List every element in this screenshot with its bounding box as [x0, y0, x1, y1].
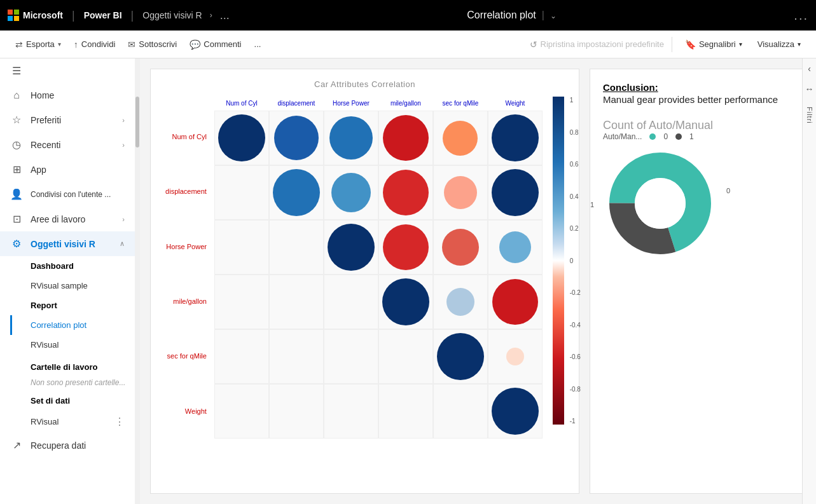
sidebar-item-aree[interactable]: ⊡ Aree di lavoro › [0, 207, 135, 231]
row-label-2: Horse Power [165, 219, 209, 274]
cell-3-0 [214, 275, 269, 329]
row-label-5: Weight [165, 384, 209, 439]
toolbar: ⇄ Esporta ▾ ↑ Condividi ✉ Sottoscrivi 💬 … [0, 31, 816, 58]
home-label: Home [31, 90, 125, 100]
cell-0-0 [214, 111, 269, 165]
row-label-1: displacement [165, 164, 209, 219]
oggetti-arrow-icon: ∧ [120, 240, 125, 248]
recenti-arrow-icon: › [122, 141, 125, 149]
export-icon: ⇄ [15, 39, 23, 50]
cell-1-3 [378, 165, 433, 220]
cell-4-0 [214, 329, 269, 384]
separator: | [72, 9, 75, 22]
cell-1-5 [488, 165, 543, 220]
toolbar-more-button[interactable]: ... [249, 37, 266, 51]
sidebar-subitems: Dashboard RVisual sample Report Correlat… [0, 256, 135, 433]
cell-3-2 [324, 275, 378, 329]
sidebar-main: ☰ ⌂ Home ☆ Preferiti › ◷ Recenti › ⊞ App… [0, 58, 135, 504]
col-label-5: Weight [488, 97, 543, 109]
cell-4-5 [488, 329, 543, 384]
condividi-button[interactable]: ↑ Condividi [69, 37, 120, 52]
sidebar-sub-rvisual[interactable]: RVisual [31, 335, 135, 355]
correlation-chart-container: Car Attributes Correlation Num of Cyl di… [150, 69, 579, 494]
top-bar: Microsoft | Power BI | Oggetti visivi R … [0, 0, 816, 31]
cell-3-5 [488, 275, 543, 329]
cell-5-1 [269, 384, 324, 439]
sidebar-item-recupera[interactable]: ↗ Recupera dati [0, 433, 135, 458]
sidebar-sub-rvisual-sample[interactable]: RVisual sample [31, 276, 135, 296]
cell-2-0 [214, 220, 269, 275]
separator2: | [131, 9, 134, 22]
cell-3-3 [378, 275, 433, 329]
condivisi-label: Condivisi con l'utente ... [31, 190, 125, 199]
condividi-label: Condividi [81, 39, 115, 49]
sidebar-sub-report[interactable]: Report [31, 296, 135, 315]
scale-1: 1 [570, 97, 581, 104]
scale-n1: -1 [570, 418, 581, 425]
sidebar-sub-dashboard[interactable]: Dashboard [31, 256, 135, 276]
title-dropdown-icon[interactable]: ⌄ [550, 11, 557, 20]
sidebar-item-preferiti[interactable]: ☆ Preferiti › [0, 107, 135, 132]
hamburger-icon: ☰ [10, 65, 23, 77]
nav-label[interactable]: Oggetti visivi R [142, 10, 202, 20]
cell-4-4 [433, 329, 488, 384]
undo-icon: ↺ [530, 39, 537, 50]
sidebar-toggle[interactable]: ☰ [0, 58, 135, 83]
donut-hole [635, 178, 686, 229]
sidebar-sub-rvisual2[interactable]: RVisual ⋮ [31, 411, 135, 433]
report-title-text: Correlation plot [467, 10, 536, 20]
scale-02: 0.2 [570, 225, 581, 232]
sottoscrivi-button[interactable]: ✉ Sottoscrivi [123, 37, 182, 52]
toolbar-separator [672, 37, 672, 52]
sidebar-item-app[interactable]: ⊞ App [0, 157, 135, 182]
cell-0-3 [378, 111, 433, 165]
scale-n08: -0.8 [570, 386, 581, 393]
col-label-3: mile/gallon [378, 97, 433, 109]
chevron-right-icon: › [210, 11, 212, 20]
topbar-ellipsis-button[interactable]: ... [794, 8, 808, 23]
commenti-button[interactable]: 💬 Commenti [184, 37, 246, 52]
cell-4-2 [324, 329, 378, 384]
scale-labels: 1 0.8 0.6 0.4 0.2 0 -0.2 -0.4 -0.6 -0.8 … [570, 97, 581, 425]
rvisual2-label: RVisual [31, 417, 59, 426]
title-divider: | [542, 10, 544, 20]
donut-with-labels: 1 0 [603, 146, 717, 263]
filter-label[interactable]: Filtri [806, 102, 813, 129]
conclusion-title: Conclusion: [603, 82, 792, 93]
app-layout: ☰ ⌂ Home ☆ Preferiti › ◷ Recenti › ⊞ App… [0, 58, 816, 504]
segnalibri-label: Segnalibri [699, 39, 736, 49]
main-content: Car Attributes Correlation Num of Cyl di… [140, 58, 816, 504]
product-label: Power BI [84, 10, 122, 20]
canvas: Car Attributes Correlation Num of Cyl di… [140, 58, 816, 504]
visualizza-button[interactable]: Visualizza ▾ [752, 37, 806, 51]
workspace-icon: ⊡ [10, 213, 23, 225]
sidebar-item-recenti[interactable]: ◷ Recenti › [0, 132, 135, 157]
expand-icon[interactable]: ↔ [805, 79, 814, 99]
cell-2-4 [433, 220, 488, 275]
sidebar-item-oggetti[interactable]: ⚙ Oggetti visivi R ∧ [0, 231, 135, 256]
legend-text: Auto/Man... [603, 132, 642, 141]
recenti-label: Recenti [31, 140, 114, 150]
right-panel-icons: ‹ ↔ Filtri [802, 58, 816, 504]
toolbar-right: ↺ Ripristina impostazioni predefinite 🔖 … [530, 37, 806, 52]
shared-icon: 👤 [10, 188, 23, 200]
sidebar-item-home[interactable]: ⌂ Home [0, 83, 135, 107]
sidebar-item-condivisi[interactable]: 👤 Condivisi con l'utente ... [0, 182, 135, 207]
scale-n04: -0.4 [570, 322, 581, 329]
sidebar-sub-correlation-plot[interactable]: Correlation plot [31, 315, 135, 335]
legend-dot-1 [675, 133, 682, 140]
corr-row-5 [214, 384, 543, 439]
cell-5-4 [433, 384, 488, 439]
segnalibri-button[interactable]: 🔖 Segnalibri ▾ [680, 37, 747, 52]
esporta-button[interactable]: ⇄ Esporta ▾ [10, 37, 66, 52]
row-labels: Num of Cyl displacement Horse Power mile… [165, 97, 212, 439]
conclusion-section: Conclusion: Manual gear provides better … [603, 82, 792, 106]
topbar-more-button[interactable]: ... [220, 9, 230, 22]
scale-06: 0.6 [570, 161, 581, 168]
collapse-right-button[interactable]: ‹ [808, 58, 811, 79]
rvisual2-more-button[interactable]: ⋮ [114, 416, 125, 428]
cell-1-1 [269, 165, 324, 220]
sidebar-scrollbar[interactable] [135, 58, 140, 504]
report-title: Correlation plot | ⌄ [237, 10, 787, 21]
donut-chart-wrapper: 1 0 [603, 146, 792, 263]
